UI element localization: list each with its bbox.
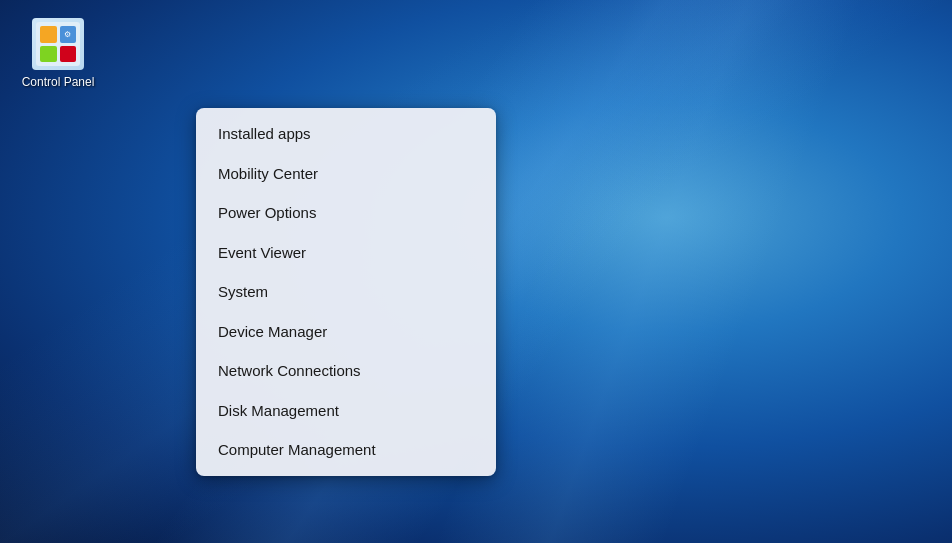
menu-item-mobility-center[interactable]: Mobility Center <box>196 154 496 194</box>
menu-item-event-viewer[interactable]: Event Viewer <box>196 233 496 273</box>
cp-icon-tile-3 <box>40 46 57 63</box>
menu-item-network-connections[interactable]: Network Connections <box>196 351 496 391</box>
cp-icon-tile-2 <box>60 26 77 43</box>
menu-item-installed-apps[interactable]: Installed apps <box>196 114 496 154</box>
control-panel-label: Control Panel <box>22 75 95 89</box>
context-menu: Installed apps Mobility Center Power Opt… <box>196 108 496 476</box>
control-panel-desktop-icon[interactable]: Control Panel <box>18 18 98 89</box>
cp-icon-tile-1 <box>40 26 57 43</box>
menu-item-disk-management[interactable]: Disk Management <box>196 391 496 431</box>
menu-item-computer-management[interactable]: Computer Management <box>196 430 496 470</box>
control-panel-icon <box>32 18 84 70</box>
menu-item-device-manager[interactable]: Device Manager <box>196 312 496 352</box>
desktop: Control Panel Installed apps Mobility Ce… <box>0 0 952 543</box>
menu-item-system[interactable]: System <box>196 272 496 312</box>
cp-icon-tile-4 <box>60 46 77 63</box>
menu-item-power-options[interactable]: Power Options <box>196 193 496 233</box>
